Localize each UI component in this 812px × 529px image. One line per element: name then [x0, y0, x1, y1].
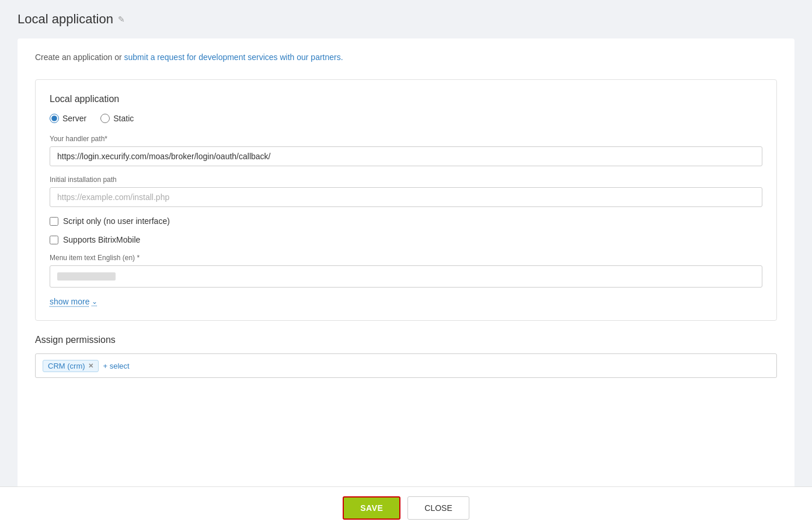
- menu-item-label: Menu item text English (en) *: [50, 254, 762, 262]
- page-title: Local application ✎: [18, 12, 794, 27]
- initial-path-input[interactable]: [50, 187, 762, 207]
- form-section-title: Local application: [50, 94, 762, 104]
- script-only-checkbox-group: Script only (no user interface): [50, 216, 762, 226]
- crm-tag-close-icon[interactable]: ✕: [88, 362, 93, 370]
- initial-path-label: Initial installation path: [50, 176, 762, 184]
- handler-path-label: Your handler path*: [50, 135, 762, 143]
- show-more-button[interactable]: show more ⌄: [50, 297, 97, 306]
- close-button[interactable]: CLOSE: [407, 496, 469, 520]
- chevron-down-icon: ⌄: [92, 297, 97, 306]
- save-button[interactable]: SAVE: [343, 496, 400, 520]
- bitrix-mobile-label[interactable]: Supports BitrixMobile: [63, 235, 140, 244]
- handler-path-field: Your handler path*: [50, 135, 762, 166]
- footer-bar: SAVE CLOSE: [0, 486, 812, 529]
- initial-path-field: Initial installation path: [50, 176, 762, 207]
- handler-path-input[interactable]: [50, 146, 762, 166]
- radio-server[interactable]: [50, 114, 59, 123]
- permissions-section: Assign permissions CRM (crm) ✕ + select: [35, 335, 777, 378]
- radio-server-label[interactable]: Server: [50, 114, 86, 123]
- add-permission-button[interactable]: + select: [103, 362, 130, 370]
- intro-text: Create an application or submit a reques…: [35, 52, 777, 62]
- radio-static[interactable]: [100, 114, 110, 123]
- permissions-input-box[interactable]: CRM (crm) ✕ + select: [35, 353, 777, 378]
- bitrix-mobile-checkbox-group: Supports BitrixMobile: [50, 235, 762, 244]
- script-only-label[interactable]: Script only (no user interface): [63, 216, 170, 226]
- permissions-title: Assign permissions: [35, 335, 777, 345]
- radio-static-label[interactable]: Static: [100, 114, 134, 123]
- menu-item-blurred-value: [57, 272, 116, 281]
- form-card: Local application Server Static Your han…: [35, 79, 777, 321]
- crm-tag: CRM (crm) ✕: [43, 360, 99, 372]
- bitrix-mobile-checkbox[interactable]: [50, 236, 58, 244]
- app-type-radio-group: Server Static: [50, 114, 762, 123]
- main-card: Create an application or submit a reques…: [18, 38, 794, 517]
- partners-link[interactable]: submit a request for development service…: [124, 52, 343, 62]
- menu-item-field: Menu item text English (en) *: [50, 254, 762, 288]
- edit-icon[interactable]: ✎: [118, 15, 125, 24]
- script-only-checkbox[interactable]: [50, 217, 58, 226]
- menu-item-input[interactable]: [50, 265, 762, 288]
